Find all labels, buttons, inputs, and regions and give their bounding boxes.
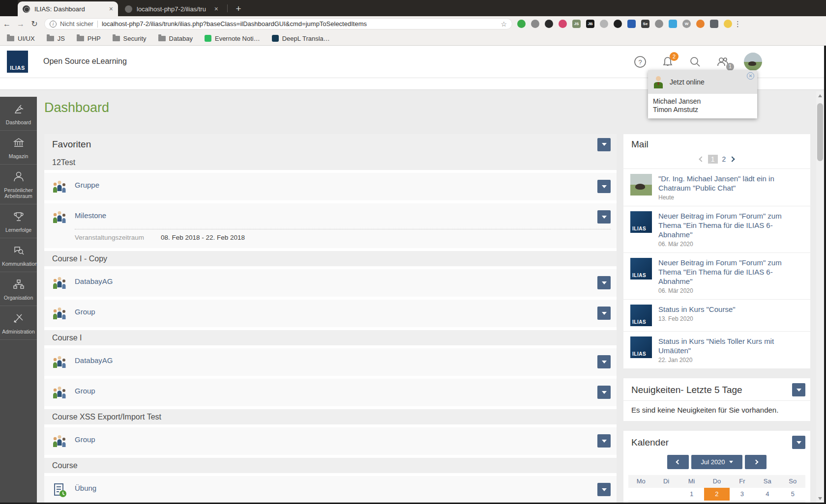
sidebar-item-administration[interactable]: Administration: [0, 306, 37, 340]
tab-localhost[interactable]: localhost-php7-2/ilias/tru ×: [120, 1, 223, 16]
bookmark-item[interactable]: PHP: [77, 35, 101, 42]
scroll-up-icon[interactable]: [818, 94, 822, 97]
sidebar-item-kommunikation[interactable]: Kommunikation: [0, 238, 37, 272]
help-icon[interactable]: ?: [634, 56, 647, 68]
item-actions-button[interactable]: [597, 434, 611, 448]
chat-icon[interactable]: [669, 20, 677, 28]
eye-icon[interactable]: [545, 20, 553, 28]
prev-page-icon[interactable]: [699, 156, 704, 162]
flame-icon[interactable]: [614, 20, 622, 28]
mail-item-title[interactable]: "Dr. Ing. Michael Jansen" lädt ein in Ch…: [658, 174, 804, 193]
online-user[interactable]: Michael Jansen: [653, 97, 752, 106]
online-user[interactable]: Timon Amstutz: [653, 106, 752, 114]
jetbrains-icon[interactable]: JB: [586, 20, 594, 28]
calendar-day-cell[interactable]: 4: [755, 488, 780, 501]
item-actions-button[interactable]: [597, 483, 611, 496]
item-actions-button[interactable]: [597, 355, 611, 368]
profile-avatar-icon[interactable]: [724, 20, 732, 28]
page-number-current[interactable]: 1: [708, 155, 718, 164]
calendar-next-button[interactable]: [745, 455, 767, 469]
bookmark-item[interactable]: UI/UX: [7, 35, 35, 42]
close-icon[interactable]: ✕: [747, 72, 754, 80]
tab-close-icon[interactable]: ×: [109, 5, 113, 13]
favorite-item-link[interactable]: Gruppe: [75, 180, 592, 189]
calendar-day-cell[interactable]: 2: [704, 488, 729, 501]
tab-close-icon[interactable]: ×: [214, 5, 218, 13]
mail-item-title[interactable]: Status in Kurs "Course": [658, 305, 804, 314]
bookmark-item[interactable]: Evernote Noti…: [205, 35, 260, 42]
next-page-icon[interactable]: [730, 156, 735, 162]
mail-item[interactable]: "Dr. Ing. Michael Jansen" lädt ein in Ch…: [623, 168, 810, 206]
mail-item-title[interactable]: Neuer Beitrag im Forum "Forum" zum Thema…: [658, 211, 804, 239]
calendar-actions-button[interactable]: [792, 436, 805, 449]
tab-ilias-dashboard[interactable]: ILIAS: Dashboard ×: [18, 1, 118, 16]
back-icon[interactable]: ←: [0, 20, 14, 28]
item-actions-button[interactable]: [597, 210, 611, 224]
page-scrollbar[interactable]: [816, 91, 824, 504]
adblock-icon[interactable]: [517, 20, 526, 28]
user-avatar[interactable]: [744, 53, 762, 71]
favorite-item-link[interactable]: Group: [75, 307, 592, 316]
camera-icon[interactable]: [559, 20, 567, 28]
bookmark-star-icon[interactable]: ☆: [501, 20, 507, 28]
url-bar[interactable]: i Nicht sicher localhost-php7-2/ilias/tr…: [44, 18, 512, 29]
bookmark-item[interactable]: Security: [113, 35, 147, 42]
forward-icon[interactable]: →: [14, 20, 28, 28]
mail-item[interactable]: ILIASNeuer Beitrag im Forum "Forum" zum …: [623, 252, 810, 299]
favorite-item-link[interactable]: Übung: [75, 483, 592, 492]
favorite-item-link[interactable]: DatabayAG: [75, 355, 592, 364]
mail-item-title[interactable]: Neuer Beitrag im Forum "Forum" zum Thema…: [658, 258, 804, 286]
lightning-icon[interactable]: [600, 20, 608, 28]
calendar-day-cell[interactable]: 5: [780, 488, 805, 501]
search-icon[interactable]: [689, 56, 702, 68]
scroll-down-icon[interactable]: [818, 497, 822, 500]
item-actions-button[interactable]: [597, 276, 611, 289]
wordpress-icon[interactable]: W: [682, 20, 691, 28]
contacts-icon[interactable]: 1: [716, 56, 729, 68]
puzzle-icon[interactable]: [710, 20, 718, 28]
bookmark-item[interactable]: Databay: [158, 35, 193, 42]
mail-item[interactable]: ILIASStatus in Kurs "Niels Toller Kurs m…: [623, 331, 810, 368]
notifications-bell-icon[interactable]: 2: [661, 56, 674, 68]
bookmark-item[interactable]: JS: [47, 35, 65, 42]
item-actions-button[interactable]: [597, 307, 611, 320]
gear-icon[interactable]: [531, 20, 539, 28]
userscript-icon[interactable]: JS: [572, 20, 581, 28]
calendar-day-cell[interactable]: 3: [730, 488, 755, 501]
calendar-day-cell[interactable]: 1: [679, 488, 704, 501]
item-actions-button[interactable]: [597, 180, 611, 193]
swift-icon[interactable]: [696, 20, 705, 28]
calendar-prev-button[interactable]: [667, 455, 689, 469]
calendar-month-button[interactable]: Jul 2020: [691, 455, 742, 469]
sidebar-item-magazin[interactable]: Magazin: [0, 131, 37, 165]
new-tab-button[interactable]: +: [232, 2, 245, 15]
mail-item[interactable]: ILIASNeuer Beitrag im Forum "Forum" zum …: [623, 206, 810, 252]
accessibility-icon[interactable]: [627, 20, 636, 28]
ilias-logo[interactable]: ILIAS: [7, 51, 28, 73]
mail-item[interactable]: ILIASStatus in Kurs "Course"13. Feb 2020: [623, 299, 810, 331]
scrollbar-thumb[interactable]: [817, 103, 823, 161]
page-number[interactable]: 2: [722, 155, 726, 163]
browser-menu-icon[interactable]: ⋮: [734, 20, 741, 28]
sidebar-item-pers-nlicher-arbeitsraum[interactable]: Persönlicher Arbeitsraum: [0, 165, 37, 204]
favorite-item-link[interactable]: Milestone: [75, 210, 592, 220]
sidebar-item-label: Kommunikation: [2, 261, 35, 267]
news-actions-button[interactable]: [792, 383, 805, 396]
mail-item-title[interactable]: Status in Kurs "Niels Toller Kurs mit Um…: [658, 336, 804, 355]
item-actions-button[interactable]: [597, 386, 611, 399]
reload-icon[interactable]: ↻: [28, 19, 41, 28]
sidebar-item-lernerfolge[interactable]: Lernerfolge: [0, 204, 37, 238]
favorite-item-link[interactable]: Group: [75, 386, 592, 395]
favorite-item-link[interactable]: DatabayAG: [75, 276, 592, 285]
sidebar-item-dashboard[interactable]: Dashboard: [0, 97, 37, 131]
info-icon[interactable]: i: [50, 21, 57, 28]
favorite-item-link[interactable]: Group: [75, 434, 592, 444]
favorite-item: DatabayAG: [52, 276, 611, 290]
sidebar-item-organisation[interactable]: Organisation: [0, 272, 37, 306]
folder-icon: [113, 36, 120, 41]
bookmark-item[interactable]: DeepL Transla…: [272, 35, 330, 42]
popup-title: Jetzt online: [670, 78, 705, 86]
selenium-icon[interactable]: Se: [641, 20, 649, 28]
shield-icon[interactable]: [655, 20, 663, 28]
favorites-actions-button[interactable]: [597, 138, 611, 151]
